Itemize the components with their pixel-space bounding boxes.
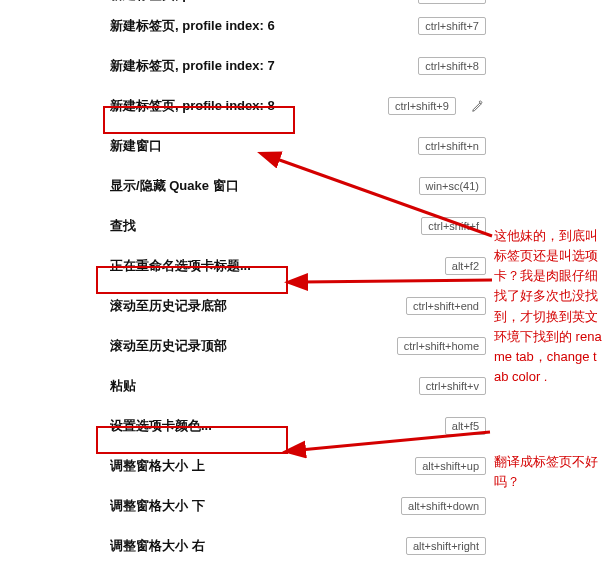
shortcut-row[interactable]: 调整窗格大小 上alt+shift+up (0, 446, 490, 486)
shortcut-keys: ctrl+shift+f (421, 217, 486, 235)
shortcut-keys: ctrl+shift+n (418, 137, 486, 155)
shortcut-label: 调整窗格大小 右 (110, 537, 380, 555)
shortcut-row[interactable]: 查找ctrl+shift+f (0, 206, 490, 246)
shortcut-label: 设置选项卡颜色... (110, 417, 380, 435)
shortcut-row[interactable]: 滚动至历史记录底部ctrl+shift+end (0, 286, 490, 326)
shortcut-label: 新建标签页, profile index: 7 (110, 57, 380, 75)
shortcut-keys: ctrl+shift+7 (418, 17, 486, 35)
shortcut-row[interactable]: 滚动至历史记录顶部ctrl+shift+home (0, 326, 490, 366)
shortcut-label: 新建标签页, profile index: 8 (110, 97, 380, 115)
shortcut-keys: alt+shift+down (401, 497, 486, 515)
shortcut-row[interactable]: 正在重命名选项卡标题...alt+f2 (0, 246, 490, 286)
shortcut-row[interactable]: 设置选项卡颜色...alt+f5 (0, 406, 490, 446)
shortcut-label: 新建标签页, profile index: 5 (110, 0, 380, 4)
shortcut-row[interactable]: 粘贴ctrl+shift+v (0, 366, 490, 406)
shortcut-keys: alt+shift+up (415, 457, 486, 475)
pencil-icon (471, 99, 485, 113)
shortcut-keys: ctrl+shift+6 (418, 0, 486, 4)
shortcut-row[interactable]: 显示/隐藏 Quake 窗口win+sc(41) (0, 166, 490, 206)
shortcut-row[interactable]: 新建标签页, profile index: 6ctrl+shift+7 (0, 6, 490, 46)
shortcut-keys: ctrl+shift+home (397, 337, 486, 355)
shortcut-row[interactable]: 调整窗格大小 下alt+shift+down (0, 486, 490, 526)
shortcut-row[interactable]: 调整窗格大小 右alt+shift+right (0, 526, 490, 566)
shortcut-keys: ctrl+shift+8 (418, 57, 486, 75)
edit-button[interactable] (470, 94, 486, 118)
shortcut-label: 正在重命名选项卡标题... (110, 257, 380, 275)
shortcut-label: 新建标签页, profile index: 6 (110, 17, 380, 35)
shortcut-keys: win+sc(41) (419, 177, 487, 195)
shortcut-label: 滚动至历史记录顶部 (110, 337, 380, 355)
shortcut-label: 新建窗口 (110, 137, 380, 155)
shortcut-keys: alt+f5 (445, 417, 486, 435)
shortcut-label: 调整窗格大小 上 (110, 457, 380, 475)
shortcut-row[interactable]: 新建标签页, profile index: 7ctrl+shift+8 (0, 46, 490, 86)
shortcut-label: 滚动至历史记录底部 (110, 297, 380, 315)
shortcut-label: 查找 (110, 217, 380, 235)
annotation-text: 这他妹的，到底叫标签页还是叫选项卡？我是肉眼仔细找了好多次也没找到，才切换到英文… (494, 226, 602, 387)
shortcut-keys: alt+shift+right (406, 537, 486, 555)
shortcut-label: 调整窗格大小 下 (110, 497, 380, 515)
shortcut-keys: ctrl+shift+v (419, 377, 486, 395)
shortcut-label: 显示/隐藏 Quake 窗口 (110, 177, 380, 195)
annotation-text: 翻译成标签页不好吗？ (494, 452, 602, 492)
shortcuts-list: 新建标签页, profile index: 5ctrl+shift+6新建标签页… (0, 0, 490, 566)
shortcut-keys: ctrl+shift+end (406, 297, 486, 315)
shortcut-keys: alt+f2 (445, 257, 486, 275)
shortcut-keys: ctrl+shift+9 (388, 97, 456, 115)
shortcut-row[interactable]: 新建标签页, profile index: 8ctrl+shift+9 (0, 86, 490, 126)
shortcut-label: 粘贴 (110, 377, 380, 395)
shortcut-row[interactable]: 新建窗口ctrl+shift+n (0, 126, 490, 166)
